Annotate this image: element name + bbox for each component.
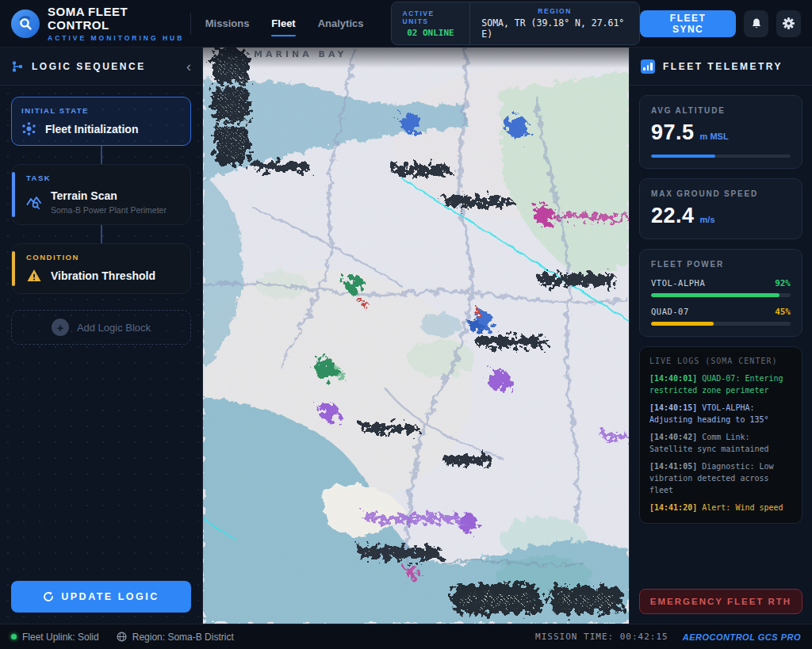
unit-power-fill (651, 293, 779, 297)
sync-icon (43, 591, 54, 602)
log-entry: [14:41:20] Alert: Wind speed (649, 502, 792, 513)
block-tag: INITIAL STATE (21, 106, 181, 115)
log-time: [14:40:42] (649, 433, 697, 441)
avg-altitude-card: AVG ALTITUDE 97.5 m MSL (639, 95, 802, 169)
notifications-button[interactable] (744, 10, 768, 37)
fleet-telemetry-panel: FLEET TELEMETRY AVG ALTITUDE 97.5 m MSL … (629, 48, 812, 624)
logo-icon (11, 10, 40, 38)
block-title: Terrain Scan (51, 189, 117, 202)
swarm-icon (21, 121, 36, 136)
log-entry: [14:40:15] VTOL-ALPHA: Adjusting heading… (649, 402, 792, 426)
avg-altitude-value: 97.5 (651, 120, 695, 145)
max-speed-value: 22.4 (651, 204, 695, 228)
collapse-panel-button[interactable]: ‹ (186, 59, 191, 74)
fleet-map[interactable]: MARINA BAY (203, 48, 629, 624)
uplink-status-label: Fleet Uplink: Solid (22, 632, 99, 643)
warning-icon (26, 268, 42, 284)
unit-name: QUAD-07 (651, 307, 689, 316)
region-value: SOMA, TR (39.18° N, 27.61° E) (481, 17, 628, 40)
block-subtitle: Soma-B Power Plant Perimeter (51, 205, 167, 215)
unit-name: VTOL-ALPHA (651, 278, 705, 288)
log-time: [14:41:20] (649, 503, 697, 512)
telemetry-panel-title: FLEET TELEMETRY (663, 61, 783, 72)
live-logs-card: LIVE LOGS (SOMA CENTER) [14:40:01] QUAD-… (639, 346, 802, 524)
main-nav: Missions Fleet Analytics (205, 17, 364, 29)
uplink-status: Fleet Uplink: Solid (11, 632, 99, 643)
region-status: Region: Soma-B District (117, 632, 234, 643)
log-text: Alert: Wind speed (702, 503, 783, 512)
region-status-label: Region: Soma-B District (132, 632, 234, 643)
brand-label: AEROCONTROL GCS PRO (683, 632, 801, 642)
log-time: [14:40:15] (649, 403, 697, 412)
fleet-status-chip: ACTIVE UNITS 02 ONLINE REGION SOMA, TR (… (391, 2, 640, 45)
terrain-scan-icon (26, 194, 42, 210)
block-title: Vibration Threshold (51, 269, 155, 282)
globe-icon (117, 632, 127, 642)
uplink-status-dot (11, 634, 17, 639)
sequence-icon (11, 60, 24, 73)
logic-block-condition[interactable]: CONDITION Vibration Threshold (11, 243, 191, 294)
nav-analytics[interactable]: Analytics (318, 17, 364, 29)
log-time: [14:40:01] (649, 374, 697, 383)
max-speed-card: MAX GROUND SPEED 22.4 m/s (639, 178, 802, 239)
unit-power-track (651, 322, 791, 326)
avg-altitude-label: AVG ALTITUDE (651, 106, 791, 115)
block-tag: CONDITION (26, 253, 181, 262)
unit-power-pct: 92% (775, 278, 791, 288)
block-connector (101, 225, 102, 243)
active-units-value: 02 ONLINE (407, 28, 454, 38)
fleet-power-card: FLEET POWER VTOL-ALPHA 92% QUAD-07 45% (639, 249, 802, 337)
log-entry: [14:40:42] Comm Link: Satellite sync mai… (649, 431, 792, 455)
update-logic-button[interactable]: UPDATE LOGIC (11, 581, 191, 613)
fleet-sync-button[interactable]: FLEET SYNC (640, 10, 736, 37)
active-units-section: ACTIVE UNITS 02 ONLINE (392, 2, 470, 44)
nav-fleet[interactable]: Fleet (271, 17, 295, 29)
settings-button[interactable] (776, 10, 801, 37)
app-title: SOMA FLEET CONTROL (48, 5, 190, 32)
logic-block-task[interactable]: TASK Terrain Scan Soma-B Power Plant Per… (11, 164, 191, 225)
app-logo: SOMA FLEET CONTROL ACTIVE MONITORING HUB (11, 5, 190, 42)
top-bar: SOMA FLEET CONTROL ACTIVE MONITORING HUB… (0, 0, 812, 48)
telemetry-icon (641, 59, 655, 74)
add-logic-block-button[interactable]: + Add Logic Block (11, 310, 191, 345)
app-subtitle: ACTIVE MONITORING HUB (48, 34, 190, 42)
logic-block-initial-state[interactable]: INITIAL STATE Fleet Initialization (11, 97, 191, 146)
status-bar: Fleet Uplink: Solid Region: Soma-B Distr… (0, 624, 812, 649)
condition-accent-bar (12, 251, 15, 286)
unit-power-fill (651, 322, 714, 326)
altitude-progress-fill (651, 155, 715, 158)
log-entry: [14:40:01] QUAD-07: Entering restricted … (649, 372, 792, 396)
active-units-label: ACTIVE UNITS (403, 10, 459, 25)
logic-panel-title: LOGIC SEQUENCE (32, 61, 146, 72)
unit-power-pct: 45% (775, 307, 791, 317)
log-entry: [14:41:05] Diagnostic: Low vibration det… (649, 460, 792, 496)
live-logs-title: LIVE LOGS (SOMA CENTER) (649, 357, 792, 365)
max-speed-label: MAX GROUND SPEED (651, 189, 791, 198)
nav-divider (190, 13, 191, 35)
map-place-label: MARINA BAY (254, 49, 347, 59)
logic-sequence-panel: LOGIC SEQUENCE ‹ INITIAL STATE Flee (0, 48, 203, 624)
log-time: [14:41:05] (649, 462, 697, 471)
altitude-progress-track (651, 155, 791, 158)
block-tag: TASK (26, 174, 181, 182)
emergency-rth-button[interactable]: EMERGENCY FLEET RTH (639, 589, 802, 614)
avg-altitude-unit: m MSL (700, 132, 729, 141)
add-block-label: Add Logic Block (77, 322, 151, 334)
fleet-power-label: FLEET POWER (651, 260, 791, 269)
max-speed-unit: m/s (700, 215, 715, 224)
nav-missions[interactable]: Missions (205, 17, 250, 29)
unit-power-track (651, 293, 791, 297)
region-label: REGION (538, 7, 572, 15)
region-section: REGION SOMA, TR (39.18° N, 27.61° E) (470, 2, 639, 44)
task-accent-bar (12, 172, 15, 217)
block-title: Fleet Initialization (45, 123, 138, 136)
bell-icon (750, 17, 763, 30)
update-logic-label: UPDATE LOGIC (61, 591, 159, 602)
plus-icon: + (52, 319, 69, 336)
block-connector (101, 146, 102, 164)
mission-time: MISSION TIME: 00:42:15 (535, 632, 668, 642)
gear-icon (782, 17, 795, 30)
